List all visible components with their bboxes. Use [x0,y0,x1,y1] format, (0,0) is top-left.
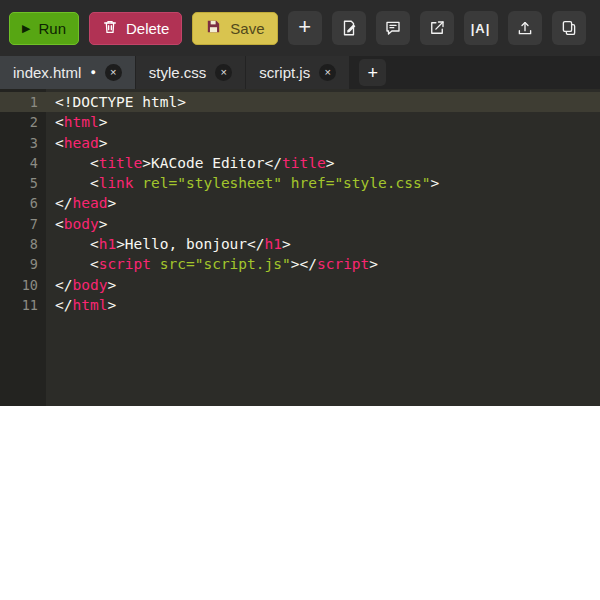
copy-icon [560,19,578,37]
code-text: <body> [55,214,107,234]
code-lines: 1<!DOCTYPE html>2<html>3<head>4 <title>K… [0,92,600,315]
code-line[interactable]: 11</html> [0,295,600,315]
delete-button[interactable]: Delete [89,12,182,45]
line-number: 10 [0,275,38,295]
code-editor-app: ▶ Run Delete Save + [0,0,600,600]
edit-document-icon [340,19,358,37]
tab-close-icon[interactable]: × [215,64,232,81]
code-line[interactable]: 3<head> [0,133,600,153]
comments-button[interactable] [376,11,410,45]
save-button[interactable]: Save [192,12,277,45]
edit-document-button[interactable] [332,11,366,45]
code-text: <h1>Hello, bonjour</h1> [55,234,291,254]
modified-dot-icon: ● [90,68,95,77]
line-number: 6 [0,193,38,213]
add-button[interactable]: + [288,11,322,45]
line-number: 9 [0,254,38,274]
line-number: 2 [0,112,38,132]
code-line[interactable]: 1<!DOCTYPE html> [0,92,600,112]
floppy-disk-icon [205,18,222,38]
line-number: 8 [0,234,38,254]
tab-script-js[interactable]: script.js × [246,56,349,89]
play-icon: ▶ [22,23,30,34]
run-button-label: Run [38,20,66,37]
code-line[interactable]: 7<body> [0,214,600,234]
tab-label: style.css [149,64,207,81]
code-text: <html> [55,112,107,132]
upload-button[interactable] [508,11,542,45]
delete-button-label: Delete [126,20,169,37]
tab-label: index.html [13,64,81,81]
code-line[interactable]: 5 <link rel="stylesheet" href="style.css… [0,173,600,193]
code-text: </head> [55,193,116,213]
tab-index-html[interactable]: index.html ● × [0,56,135,89]
line-number: 1 [0,92,38,112]
code-line[interactable]: 8 <h1>Hello, bonjour</h1> [0,234,600,254]
code-text: <head> [55,133,107,153]
tab-close-icon[interactable]: × [105,64,122,81]
comment-bubble-icon [384,19,402,37]
text-format-button[interactable]: |A| [464,11,498,45]
tab-bar: index.html ● × style.css × script.js × + [0,56,600,89]
add-tab-button[interactable]: + [359,59,386,86]
tab-label: script.js [259,64,310,81]
line-number: 3 [0,133,38,153]
tab-close-icon[interactable]: × [319,64,336,81]
upload-icon [516,19,534,37]
code-line[interactable]: 10</body> [0,275,600,295]
code-text: <!DOCTYPE html> [55,92,186,112]
line-number: 7 [0,214,38,234]
code-line[interactable]: 4 <title>KACode Editor</title> [0,153,600,173]
trash-icon [102,19,118,38]
toolbar: ▶ Run Delete Save + [0,0,600,56]
duplicate-button[interactable] [552,11,586,45]
open-external-icon [428,19,446,37]
code-text: <link rel="stylesheet" href="style.css"> [55,173,439,193]
code-text: </body> [55,275,116,295]
code-text: </html> [55,295,116,315]
plus-icon: + [298,16,311,38]
open-external-button[interactable] [420,11,454,45]
line-number: 4 [0,153,38,173]
save-button-label: Save [230,20,264,37]
line-number: 5 [0,173,38,193]
code-line[interactable]: 2<html> [0,112,600,132]
code-line[interactable]: 6</head> [0,193,600,213]
text-format-icon: |A| [471,21,491,36]
tab-style-css[interactable]: style.css × [136,56,246,89]
code-line[interactable]: 9 <script src="script.js"></script> [0,254,600,274]
code-text: <script src="script.js"></script> [55,254,378,274]
code-text: <title>KACode Editor</title> [55,153,334,173]
run-button[interactable]: ▶ Run [9,12,79,45]
page-background [0,406,600,600]
code-editor[interactable]: 1<!DOCTYPE html>2<html>3<head>4 <title>K… [0,89,600,406]
plus-icon: + [367,64,378,82]
line-number: 11 [0,295,38,315]
